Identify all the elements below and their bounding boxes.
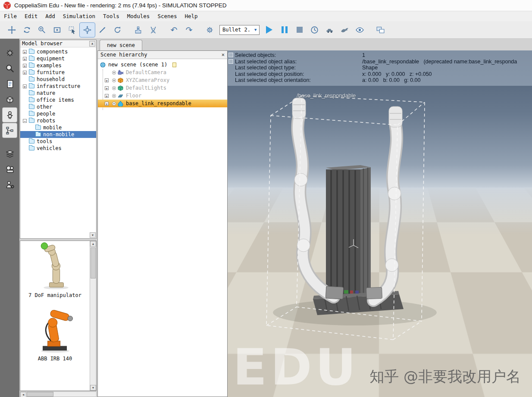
model-item-7dof[interactable]: 7 DoF manipulator xyxy=(20,241,90,298)
expander-icon[interactable]: + xyxy=(23,50,27,54)
camera-pan-button[interactable] xyxy=(4,23,19,37)
visibility-toggle-icon[interactable] xyxy=(112,78,116,82)
simulation-settings-button[interactable] xyxy=(202,23,217,37)
hierarchy-item-default-lights[interactable]: + DefaultLights xyxy=(98,84,227,92)
object-shift-icon xyxy=(83,25,92,34)
camera-zoom-button[interactable] xyxy=(34,23,50,37)
viewport-3d[interactable]: /base_link_respondable Selected objects:… xyxy=(228,50,532,397)
hierarchy-item-base-link-respondable[interactable]: + base_link_respondable xyxy=(98,100,227,107)
scroll-up-button[interactable]: ▲ xyxy=(90,241,96,247)
scripts-dialog-button[interactable] xyxy=(3,77,17,91)
speed-up-simulation-button[interactable] xyxy=(337,23,352,37)
menu-modules[interactable]: Modules xyxy=(123,12,154,21)
model-thumbnail-abb-irb-140[interactable] xyxy=(31,304,79,353)
expander-icon[interactable]: + xyxy=(105,78,109,82)
shape-edit-button[interactable] xyxy=(3,92,17,106)
model-folder-people[interactable]: people xyxy=(20,110,96,117)
selection-button[interactable] xyxy=(65,23,80,37)
fit-to-view-button[interactable] xyxy=(50,23,65,37)
model-folder-non-mobile[interactable]: non-mobile xyxy=(20,131,96,138)
film-reel-icon xyxy=(5,164,15,174)
hierarchy-item-xyz-camera-proxy[interactable]: + XYZCameraProxy xyxy=(98,76,227,84)
model-thumbnail-7dof-manipulator[interactable] xyxy=(31,241,79,290)
model-folder-furniture[interactable]: +furniture xyxy=(20,69,96,76)
camera-zoom-icon xyxy=(38,25,47,34)
expander-icon[interactable]: + xyxy=(105,86,109,90)
menu-add[interactable]: Add xyxy=(41,12,59,21)
robot-arm-right xyxy=(373,124,397,300)
object-rotate-button[interactable] xyxy=(110,23,125,37)
redo-button[interactable]: ↷ xyxy=(182,23,197,37)
model-folder-vehicles[interactable]: vehicles xyxy=(20,145,96,152)
menu-simulation[interactable]: Simulation xyxy=(59,12,99,21)
model-folder-other[interactable]: other xyxy=(20,103,96,110)
model-folder-nature[interactable]: nature xyxy=(20,90,96,97)
scroll-left-button[interactable]: ◄ xyxy=(20,392,26,397)
object-shift-button[interactable] xyxy=(80,23,95,37)
scrollbar-thumb[interactable] xyxy=(91,247,96,278)
model-item-abb-irb140[interactable]: ABB IRB 140 xyxy=(20,304,90,362)
expander-icon[interactable]: + xyxy=(23,57,27,61)
expander-icon[interactable]: + xyxy=(23,84,27,88)
start-simulation-button[interactable] xyxy=(262,23,277,37)
page-setup-button[interactable] xyxy=(373,23,388,37)
visibility-toggle-icon[interactable] xyxy=(112,102,116,106)
physics-engine-select[interactable]: Bullet 2. ▼ xyxy=(219,25,260,35)
scrollbar-thumb[interactable] xyxy=(27,392,53,397)
expander-icon[interactable]: + xyxy=(23,71,27,75)
model-list-scrollbar[interactable]: ▲ ▼ xyxy=(90,241,96,391)
scroll-up-button[interactable]: ▲ xyxy=(89,41,95,47)
hierarchy-icon xyxy=(5,126,15,135)
menu-tools[interactable]: Tools xyxy=(99,12,123,21)
hierarchy-item-default-camera[interactable]: DefaultCamera xyxy=(98,69,227,76)
user-settings-button[interactable] xyxy=(3,177,17,191)
menu-help[interactable]: Help xyxy=(181,12,202,21)
scroll-down-button[interactable]: ▼ xyxy=(90,232,96,238)
visualize-threaded-rendering-button[interactable] xyxy=(352,23,367,37)
expander-icon[interactable]: + xyxy=(105,102,109,106)
assemble-button[interactable] xyxy=(131,23,146,37)
expander-icon[interactable]: − xyxy=(23,119,27,123)
scroll-down-button[interactable]: ▼ xyxy=(90,385,96,391)
model-folder-robots[interactable]: −robots xyxy=(20,117,96,124)
visibility-toggle-icon[interactable] xyxy=(112,94,116,98)
camera-rotate-button[interactable] xyxy=(19,23,34,37)
model-folder-household[interactable]: household xyxy=(20,76,96,83)
hierarchy-item-floor[interactable]: + Floor xyxy=(98,92,227,100)
simulation-settings-dialog-button[interactable] xyxy=(3,46,17,60)
model-list: 7 DoF manipulator ABB IRB 140 xyxy=(20,241,90,391)
scene-hierarchy-toggle-button[interactable] xyxy=(3,123,17,138)
menu-file[interactable]: File xyxy=(0,12,21,21)
menu-scenes[interactable]: Scenes xyxy=(153,12,181,21)
close-icon[interactable]: × xyxy=(222,52,225,58)
model-list-horizontal-scrollbar[interactable]: ◄ xyxy=(20,391,97,397)
layers-dialog-button[interactable] xyxy=(3,146,17,160)
stop-simulation-button[interactable] xyxy=(292,23,307,37)
model-folder-tools[interactable]: tools xyxy=(20,138,96,145)
model-folder-equipment[interactable]: +equipment xyxy=(20,55,96,62)
video-recorder-button[interactable] xyxy=(3,162,17,176)
model-folder-components[interactable]: +components xyxy=(20,48,96,55)
pause-simulation-button[interactable] xyxy=(277,23,292,37)
scene-script-icon[interactable] xyxy=(172,63,176,67)
visibility-toggle-icon[interactable] xyxy=(112,71,116,75)
model-browser-toggle-button[interactable] xyxy=(3,108,17,122)
menu-edit[interactable]: Edit xyxy=(21,12,41,21)
real-time-toggle-button[interactable] xyxy=(307,23,322,37)
model-folder-infrastructure[interactable]: +infrastructure xyxy=(20,83,96,90)
tab-new-scene[interactable]: new scene xyxy=(100,40,142,50)
scene-hierarchy-panel: Scene hierarchy × new scene (scene 1) De… xyxy=(97,50,228,397)
model-folder-office-items[interactable]: office items xyxy=(20,97,96,103)
undo-button[interactable]: ↶ xyxy=(166,23,182,37)
expander-icon[interactable]: + xyxy=(23,64,27,68)
pages-icon xyxy=(376,25,385,34)
object-properties-button[interactable] xyxy=(3,61,17,75)
model-folder-mobile[interactable]: mobile xyxy=(20,124,96,131)
transfer-dna-button[interactable] xyxy=(146,23,161,37)
expander-icon[interactable]: + xyxy=(105,94,109,98)
object-move-button[interactable] xyxy=(95,23,110,37)
visibility-toggle-icon[interactable] xyxy=(112,86,116,90)
model-folder-examples[interactable]: +examples xyxy=(20,62,96,69)
hierarchy-item-scene[interactable]: new scene (scene 1) xyxy=(98,61,227,69)
slow-down-simulation-button[interactable] xyxy=(322,23,337,37)
